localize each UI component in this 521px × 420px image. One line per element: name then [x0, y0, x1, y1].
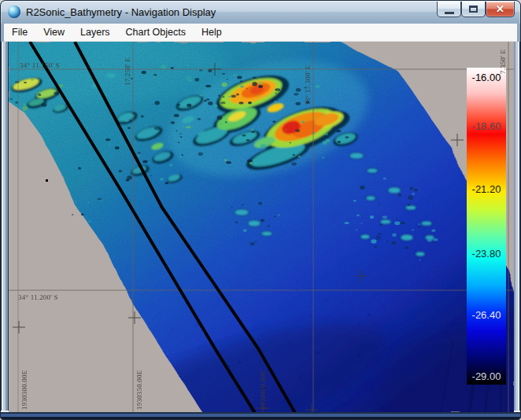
window-border-left [1, 42, 9, 411]
menu-item-view[interactable]: View [35, 24, 72, 40]
colorbar-tick-label: -23.80 [467, 249, 506, 260]
window-title: R2Sonic_Bathymetry - Navigation Display [26, 6, 216, 18]
menu-item-chart-objects[interactable]: Chart Objects [118, 24, 194, 40]
close-button[interactable]: ✕ [486, 2, 515, 17]
colorbar-tick-label: -18.60 [467, 121, 506, 132]
globe-icon[interactable] [8, 6, 20, 18]
menu-item-layers[interactable]: Layers [72, 24, 118, 40]
minimize-icon [445, 12, 454, 14]
titlebar[interactable]: R2Sonic_Bathymetry - Navigation Display … [1, 1, 520, 24]
depth-colorbar: -16.00-18.60-21.20-23.80-26.40-29.00 [467, 68, 506, 385]
menu-item-file[interactable]: File [4, 24, 35, 40]
colorbar-tick-label: -16.00 [467, 72, 506, 83]
bathymetry-canvas [9, 42, 514, 412]
window-frame: FileViewLayersChart ObjectsHelp [1, 24, 520, 419]
colorbar-tick-label: -29.00 [467, 371, 506, 382]
close-icon: ✕ [496, 4, 504, 14]
colorbar-tick-label: -26.40 [467, 310, 506, 321]
colorbar-tick-label: -21.20 [467, 184, 506, 195]
application-window: R2Sonic_Bathymetry - Navigation Display … [0, 0, 521, 420]
map-viewport[interactable]: 34° 11.150' S34° 11.200' S17.250' E18° 1… [9, 42, 514, 412]
maximize-button[interactable] [461, 2, 486, 17]
minimize-button[interactable] [437, 2, 461, 17]
maximize-icon [469, 6, 478, 13]
map-dot [46, 179, 48, 182]
menu-item-help[interactable]: Help [194, 24, 230, 40]
menubar: FileViewLayersChart ObjectsHelp [4, 24, 517, 42]
